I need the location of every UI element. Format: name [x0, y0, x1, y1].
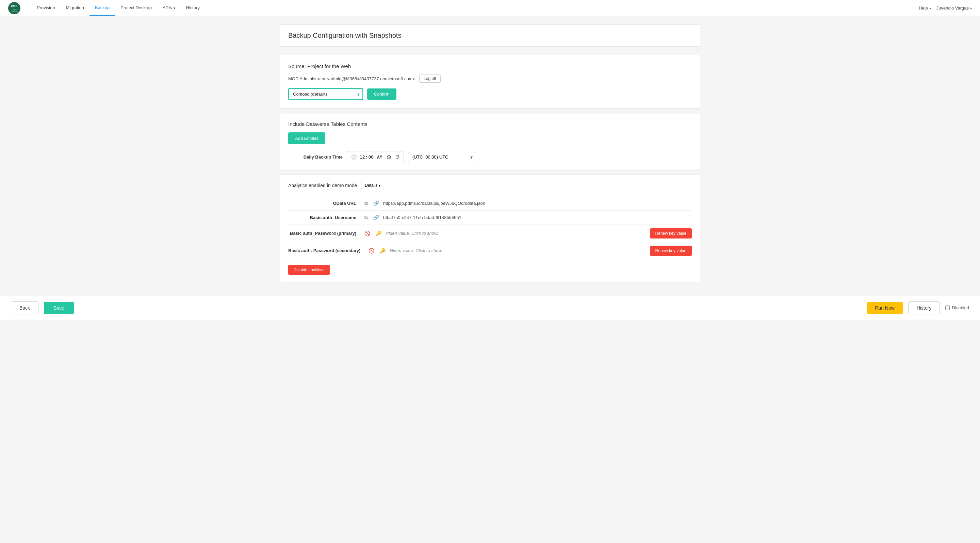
time-field[interactable]: [360, 154, 392, 160]
odata-url-link-button[interactable]: 🔗: [372, 200, 380, 206]
nav-link-project-desktop[interactable]: Project Desktop: [115, 0, 157, 16]
daily-backup-time-row: Daily Backup Time 🕐 ⏱ (UTC+00:00) UTC: [288, 151, 692, 163]
admin-email: MOD Administrator <admin@M365x39437737.o…: [288, 76, 415, 81]
basic-auth-username-label: Basic auth: Username: [288, 215, 363, 220]
time-clock-icon: ⏱: [395, 154, 399, 160]
back-button[interactable]: Back: [11, 302, 38, 314]
nav-link-provision[interactable]: Provision: [31, 0, 60, 16]
tenant-select-wrapper: Contoso (default): [288, 88, 363, 100]
history-button[interactable]: History: [908, 302, 940, 314]
run-now-button[interactable]: Run Now: [867, 302, 903, 314]
password-secondary-key-button[interactable]: 🔑: [379, 247, 387, 254]
copy-icon-2: ⧉: [364, 215, 368, 220]
daily-backup-time-label: Daily Backup Time: [288, 154, 343, 160]
renew-key-secondary-action: Renew key value: [650, 246, 692, 256]
odata-url-row: OData URL ⧉ 🔗 https://app.pdms.io/backup…: [288, 196, 692, 210]
chevron-down-icon-user: [970, 5, 972, 11]
nav-link-migration[interactable]: Migration: [60, 0, 89, 16]
navbar: PDS Project Data Suite Provision Migrati…: [0, 0, 980, 16]
time-input[interactable]: 🕐 ⏱: [347, 151, 404, 163]
odata-url-value: https://app.pdms.io/backups/jbeWJuQOd/od…: [383, 201, 485, 206]
navbar-links: Provision Migration Backup Project Deskt…: [31, 0, 919, 16]
basic-auth-password-secondary-value-cell: 🚫 🔑 Hiden value. Click to show.: [367, 247, 649, 254]
nav-link-apis[interactable]: APIs: [157, 0, 180, 16]
page-title-card: Backup Configuration with Snapshots: [280, 24, 700, 47]
renew-key-primary-button[interactable]: Renew key value: [650, 228, 692, 238]
chevron-down-icon-help: [929, 5, 931, 11]
tenant-select[interactable]: Contoso (default): [288, 88, 363, 100]
dataverse-section: Include Dataverse Tables Contents Add En…: [280, 114, 700, 169]
confirm-row: Contoso (default) Confirm: [288, 88, 692, 100]
basic-auth-password-primary-value[interactable]: Hiden value. Click to show.: [385, 231, 438, 236]
key-icon: 🔑: [375, 231, 382, 236]
chevron-down-icon: [173, 5, 175, 10]
timezone-wrapper: (UTC+00:00) UTC: [408, 152, 476, 162]
basic-auth-password-secondary-value[interactable]: Hiden value. Click to show.: [390, 248, 442, 253]
basic-auth-password-secondary-label: Basic auth: Password (secondary): [288, 248, 367, 253]
basic-auth-password-primary-value-cell: 🚫 🔑 Hiden value. Click to show.: [363, 230, 650, 237]
footer-bar: Back Save Run Now History Disabled: [0, 296, 980, 320]
admin-row: MOD Administrator <admin@M365x39437737.o…: [288, 75, 692, 83]
pds-logo-icon: PDS Project Data Suite: [8, 2, 21, 14]
basic-auth-username-row: Basic auth: Username ⧉ 🔗 bfbaf7a0-c247-1…: [288, 210, 692, 225]
dataverse-heading: Include Dataverse Tables Contents: [288, 121, 692, 127]
odata-url-value-cell: ⧉ 🔗 https://app.pdms.io/backups/jbeWJuQO…: [363, 200, 692, 207]
analytics-title: Analytics enabled in demo mode: [288, 183, 357, 188]
timezone-select[interactable]: (UTC+00:00) UTC: [408, 152, 476, 162]
svg-text:PDS: PDS: [11, 5, 18, 8]
password-primary-key-button[interactable]: 🔑: [374, 230, 383, 237]
renew-key-secondary-button[interactable]: Renew key value: [650, 246, 692, 256]
basic-auth-password-primary-label: Basic auth: Password (primary): [288, 231, 363, 236]
password-secondary-eye-button[interactable]: 🚫: [367, 247, 375, 254]
nav-link-history[interactable]: History: [181, 0, 205, 16]
disable-analytics-button[interactable]: Disable analytics: [288, 265, 330, 275]
copy-icon: ⧉: [364, 200, 368, 206]
odata-url-copy-button[interactable]: ⧉: [363, 200, 369, 207]
disabled-checkbox[interactable]: [945, 305, 950, 310]
key-icon-2: 🔑: [380, 248, 385, 254]
disabled-label: Disabled: [952, 305, 969, 310]
footer-right: Run Now History Disabled: [867, 302, 969, 314]
svg-text:Data Suite: Data Suite: [11, 11, 18, 13]
page-title: Backup Configuration with Snapshots: [288, 32, 692, 40]
basic-auth-password-primary-row: Basic auth: Password (primary) 🚫 🔑 Hiden…: [288, 225, 692, 242]
logo: PDS Project Data Suite: [8, 2, 21, 14]
svg-text:Project: Project: [11, 8, 17, 11]
source-label: Source: Project for the Web: [288, 63, 692, 69]
odata-url-label: OData URL: [288, 201, 363, 206]
details-button[interactable]: Details: [361, 182, 384, 189]
navbar-right: Help Juvencio Vargas: [919, 5, 972, 11]
user-menu[interactable]: Juvencio Vargas: [937, 5, 972, 11]
analytics-section: Analytics enabled in demo mode Details O…: [280, 175, 700, 282]
source-section: Source: Project for the Web MOD Administ…: [280, 55, 700, 108]
username-copy-button[interactable]: ⧉: [363, 214, 369, 221]
eye-off-icon: 🚫: [364, 231, 370, 236]
password-primary-eye-button[interactable]: 🚫: [363, 230, 372, 237]
renew-key-primary-action: Renew key value: [650, 228, 692, 238]
add-entities-button[interactable]: Add Entities: [288, 132, 325, 144]
chevron-down-icon-details: [379, 183, 380, 188]
link-icon-2: 🔗: [373, 215, 379, 220]
main-content: Backup Configuration with Snapshots Sour…: [269, 16, 711, 296]
link-icon: 🔗: [373, 200, 379, 206]
username-link-button[interactable]: 🔗: [372, 214, 380, 221]
confirm-button[interactable]: Confirm: [367, 89, 396, 100]
eye-off-icon-2: 🚫: [369, 248, 374, 254]
help-menu[interactable]: Help: [919, 5, 931, 11]
disabled-checkbox-label[interactable]: Disabled: [945, 305, 969, 310]
basic-auth-password-secondary-row: Basic auth: Password (secondary) 🚫 🔑 Hid…: [288, 242, 692, 259]
save-button[interactable]: Save: [44, 302, 74, 314]
clock-icon: 🕐: [351, 154, 356, 160]
basic-auth-username-value: bfbaf7a0-c247-11eb-bdad-6f1485fd4f51: [383, 215, 461, 220]
nav-link-backup[interactable]: Backup: [89, 0, 115, 16]
analytics-header: Analytics enabled in demo mode Details: [288, 182, 692, 189]
logoff-button[interactable]: Log off: [419, 75, 440, 83]
basic-auth-username-value-cell: ⧉ 🔗 bfbaf7a0-c247-11eb-bdad-6f1485fd4f51: [363, 214, 692, 221]
